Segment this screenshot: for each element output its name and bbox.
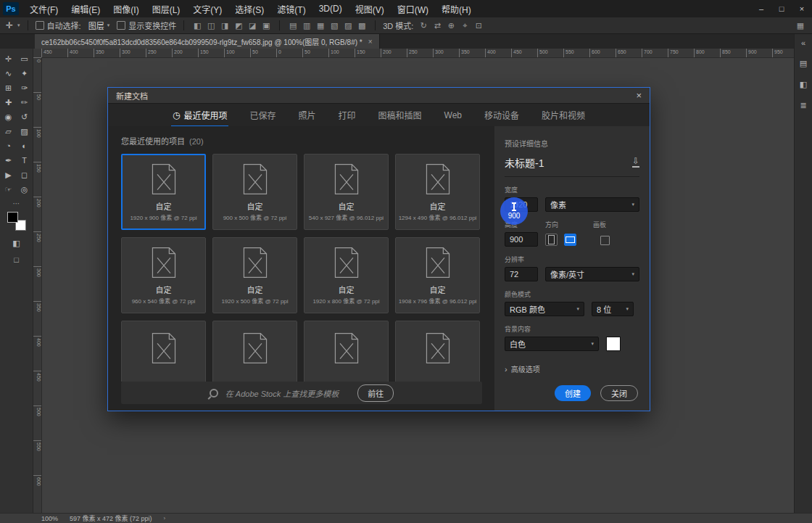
screen-mode-icon[interactable]: □ (9, 253, 24, 266)
gradient-tool[interactable]: ▨ (17, 125, 32, 138)
template-card[interactable] (121, 321, 206, 382)
tab-web[interactable]: Web (441, 104, 462, 126)
type-tool[interactable]: T (17, 154, 32, 167)
marquee-tool[interactable]: ▭ (17, 52, 32, 65)
tab-recent[interactable]: ◷最近使用项 (173, 104, 228, 126)
minimize-button[interactable]: – (751, 0, 771, 17)
adjustments-panel-icon[interactable]: ◧ (800, 80, 807, 89)
dialog-close-button[interactable]: × (636, 91, 642, 100)
distribute-bottom-icon[interactable]: ▦ (315, 21, 326, 30)
healing-brush-tool[interactable]: ✚ (1, 96, 16, 109)
stock-search-bar[interactable]: 在 Adobe Stock 上查找更多模板 前往 (121, 382, 482, 404)
color-swatches[interactable] (7, 212, 26, 231)
layers-panel-icon[interactable]: ≣ (800, 101, 806, 110)
crop-tool[interactable]: ⊞ (1, 81, 16, 94)
menu-item[interactable]: 3D(D) (312, 0, 349, 17)
zoom-tool[interactable]: ◎ (17, 183, 32, 196)
tab-mobile[interactable]: 移动设备 (481, 104, 519, 126)
3d-drag-icon[interactable]: ⊕ (445, 21, 457, 30)
quick-mask-icon[interactable]: ◧ (9, 236, 24, 250)
3d-roll-icon[interactable]: ⇄ (431, 21, 443, 30)
dodge-tool[interactable]: ◐ (17, 139, 32, 152)
distribute-right-icon[interactable]: ▩ (356, 21, 368, 30)
menu-item[interactable]: 帮助(H) (435, 0, 478, 17)
自定[interactable]: 自定 540 x 927 像素 @ 96.012 ppi (304, 154, 389, 230)
自定[interactable]: 自定 1920 x 800 像素 @ 72 ppi (304, 237, 389, 313)
workspace-switcher-icon[interactable]: ▦ (795, 21, 806, 30)
menu-item[interactable]: 窗口(W) (391, 0, 435, 17)
path-selection-tool[interactable]: ▶ (1, 168, 16, 181)
edit-toolbar-icon[interactable]: ⋯ (13, 199, 20, 207)
distribute-top-icon[interactable]: ▤ (287, 21, 299, 30)
align-left-icon[interactable]: ◧ (191, 21, 203, 30)
shape-tool[interactable]: ◻ (17, 168, 32, 181)
distribute-vertical-icon[interactable]: ▥ (301, 21, 312, 30)
move-tool[interactable]: ✛ (1, 52, 16, 65)
distribute-horizontal-icon[interactable]: ▨ (342, 21, 354, 30)
advanced-options-toggle[interactable]: › 高级选项 (505, 363, 639, 374)
template-card[interactable] (304, 321, 389, 382)
menu-item[interactable]: 图层(L) (146, 0, 187, 17)
eraser-tool[interactable]: ▱ (1, 125, 16, 138)
tab-film-video[interactable]: 胶片和视频 (538, 104, 585, 126)
tab-print[interactable]: 打印 (335, 104, 356, 126)
status-popup-caret-icon[interactable]: › (164, 515, 166, 522)
auto-select-target-dropdown[interactable]: 图层▾ (86, 19, 113, 32)
blur-tool[interactable]: ◔ (1, 139, 16, 152)
dialog-title-bar[interactable]: 新建文档 × (108, 88, 650, 104)
tool-preset-caret-icon[interactable]: ▾ (17, 22, 20, 28)
clone-stamp-tool[interactable]: ◉ (1, 110, 16, 123)
create-button[interactable]: 创建 (555, 385, 591, 401)
bit-depth-dropdown[interactable]: 8 位▾ (592, 302, 634, 316)
zoom-level[interactable]: 100% (41, 515, 58, 522)
maximize-button[interactable]: □ (771, 0, 792, 17)
自定[interactable]: 自定 1920 x 900 像素 @ 72 ppi (121, 154, 206, 230)
document-name[interactable]: 未标题-1 (505, 155, 544, 170)
tab-art-illustration[interactable]: 图稿和插图 (375, 104, 422, 126)
lasso-tool[interactable]: ∿ (1, 67, 16, 80)
brush-tool[interactable]: ✏ (17, 96, 32, 109)
history-brush-tool[interactable]: ↺ (17, 110, 32, 123)
close-button[interactable]: 关闭 (600, 385, 638, 401)
show-transform-checkbox[interactable] (117, 21, 125, 30)
hand-tool[interactable]: ☞ (1, 183, 16, 196)
template-card[interactable] (212, 321, 297, 382)
magic-wand-tool[interactable]: ✦ (17, 67, 32, 80)
align-center-horizontal-icon[interactable]: ◫ (205, 21, 217, 30)
tab-saved[interactable]: 已保存 (246, 104, 276, 126)
align-right-icon[interactable]: ◨ (219, 21, 231, 30)
menu-item[interactable]: 文字(Y) (186, 0, 228, 17)
3d-scale-icon[interactable]: ⊡ (473, 21, 484, 30)
close-tab-icon[interactable]: × (368, 38, 373, 46)
自定[interactable]: 自定 960 x 540 像素 @ 72 ppi (121, 237, 206, 313)
align-bottom-icon[interactable]: ▣ (260, 21, 272, 30)
resolution-unit-dropdown[interactable]: 像素/英寸▾ (545, 267, 639, 281)
自定[interactable]: 自定 1908 x 796 像素 @ 96.012 ppi (395, 237, 480, 313)
menu-item[interactable]: 图像(I) (107, 0, 145, 17)
background-color-picker[interactable] (606, 337, 621, 351)
collapse-panels-icon[interactable]: « (801, 38, 805, 47)
menu-item[interactable]: 滤镜(T) (270, 0, 312, 17)
eyedropper-tool[interactable]: ✑ (17, 81, 32, 94)
close-window-button[interactable]: × (792, 0, 812, 17)
menu-item[interactable]: 编辑(E) (65, 0, 107, 17)
pen-tool[interactable]: ✒ (1, 154, 16, 167)
align-top-icon[interactable]: ◩ (233, 21, 244, 30)
menu-item[interactable]: 文件(F) (23, 0, 65, 17)
3d-rotate-icon[interactable]: ↻ (418, 21, 429, 30)
template-card[interactable] (395, 321, 480, 382)
color-panel-icon[interactable]: ▤ (800, 59, 807, 68)
3d-slide-icon[interactable]: ⌖ (459, 21, 471, 30)
height-input[interactable] (505, 232, 538, 247)
distribute-left-icon[interactable]: ▧ (328, 21, 340, 30)
align-middle-icon[interactable]: ◪ (246, 21, 258, 30)
自定[interactable]: 自定 1294 x 490 像素 @ 96.012 ppi (395, 154, 480, 230)
save-preset-icon[interactable]: ⇩ (632, 157, 639, 168)
document-tab[interactable]: ce162bb06c5450f0f5a813dcd0d83560e864cb09… (35, 34, 380, 49)
color-mode-dropdown[interactable]: RGB 颜色▾ (505, 302, 584, 316)
go-button[interactable]: 前往 (357, 384, 394, 402)
artboard-checkbox[interactable] (600, 236, 610, 245)
自定[interactable]: 自定 900 x 500 像素 @ 72 ppi (212, 154, 297, 230)
background-dropdown[interactable]: 白色▾ (505, 337, 599, 351)
resolution-input[interactable] (505, 267, 538, 281)
